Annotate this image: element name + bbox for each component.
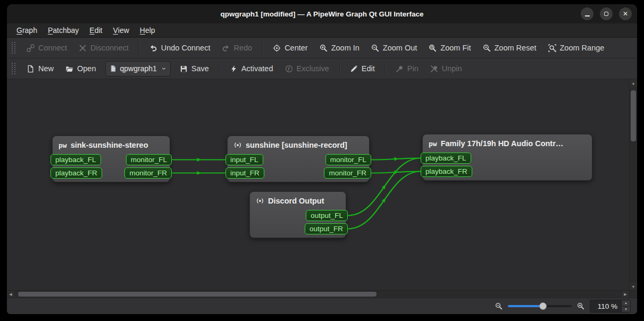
connection-arrow [394, 157, 398, 161]
redo-icon [222, 44, 230, 52]
horizontal-scroll-thumb[interactable] [18, 292, 377, 297]
zoom-spin-up-button[interactable]: ▲ [622, 300, 630, 306]
close-icon: ✕ [623, 11, 628, 17]
toolbar-separator [339, 62, 340, 75]
center-button[interactable]: Center [267, 40, 313, 56]
window-controls: ✕ [581, 4, 632, 23]
zoom-range-button[interactable]: Zoom Range [543, 40, 610, 56]
toolbar-handle[interactable] [12, 63, 15, 74]
pipewire-icon: pw [429, 140, 437, 148]
app-window: qpwgraph1 [modified] — A PipeWire Graph … [7, 4, 637, 314]
node-sunshine[interactable]: sunshine [sunshine-record]input_FLmonito… [227, 136, 370, 182]
port-input_FL[interactable]: input_FL [225, 154, 263, 165]
port-row: playback_FRmonitor_FR [57, 167, 165, 179]
scroll-right-button[interactable]: ▶ [622, 291, 629, 298]
zoom-reset-icon [483, 44, 491, 52]
toolbar-handle[interactable] [12, 42, 15, 54]
horizontal-scrollbar[interactable]: ◀ ▶ [7, 290, 629, 298]
port-row: output_FR [255, 223, 341, 234]
zoom-value: 110 % [590, 300, 621, 312]
toolbar-separator [385, 62, 386, 75]
unpin-icon [430, 65, 438, 73]
port-playback_FR[interactable]: playback_FR [51, 167, 102, 179]
port-monitor_FR[interactable]: monitor_FR [324, 167, 371, 179]
scroll-left-button[interactable]: ◀ [7, 291, 14, 298]
edit-icon [350, 65, 358, 73]
menu-patchbay[interactable]: Patchbay [43, 23, 84, 37]
zoom-in-button[interactable]: Zoom In [314, 40, 365, 56]
zoom-slider[interactable] [508, 301, 572, 311]
menu-view[interactable]: View [107, 23, 134, 37]
minimize-button[interactable] [581, 7, 593, 20]
port-row: playback_FL [428, 153, 587, 164]
node-title: sink-sunshine-stereo [71, 141, 148, 149]
titlebar[interactable]: qpwgraph1 [modified] — A PipeWire Graph … [7, 4, 637, 23]
horizontal-scroll-track[interactable] [14, 291, 622, 298]
session-combo[interactable]: qpwgraph1 [105, 61, 171, 77]
maximize-icon [604, 12, 608, 16]
scroll-up-button[interactable]: ▲ [630, 79, 637, 87]
port-monitor_FL[interactable]: monitor_FL [126, 154, 172, 165]
open-button[interactable]: Open [60, 61, 101, 77]
menu-help[interactable]: Help [135, 23, 161, 37]
canvas-area: pwsink-sunshine-stereoplayback_FLmonitor… [7, 79, 637, 290]
zoom-spinbox[interactable]: 110 % ▲ ▼ [590, 300, 631, 312]
connect-icon [27, 44, 35, 52]
port-row: input_FLmonitor_FL [232, 154, 364, 165]
vertical-scroll-track[interactable] [630, 87, 637, 283]
node-discord[interactable]: Discord Outputoutput_FLoutput_FR [249, 191, 346, 238]
save-button[interactable]: Save [174, 61, 214, 77]
port-input_FR[interactable]: input_FR [225, 167, 264, 179]
maximize-button[interactable] [600, 7, 613, 20]
zoom-reset-button[interactable]: Zoom Reset [478, 40, 542, 56]
exclusive-button: Exclusive [280, 61, 334, 77]
file-icon [110, 65, 117, 72]
zoom-range-icon [548, 44, 556, 52]
zoom-slider-handle[interactable] [539, 302, 547, 310]
menu-edit[interactable]: Edit [84, 23, 107, 37]
port-playback_FR[interactable]: playback_FR [421, 166, 472, 177]
port-playback_FL[interactable]: playback_FL [51, 154, 101, 165]
vertical-scroll-thumb[interactable] [631, 90, 636, 141]
port-monitor_FL[interactable]: monitor_FL [325, 154, 371, 165]
menu-graph[interactable]: Graph [11, 23, 43, 37]
redo-button: Redo [216, 40, 257, 56]
port-monitor_FR[interactable]: monitor_FR [124, 167, 172, 179]
chevron-down-icon [161, 66, 166, 71]
new-button[interactable]: New [21, 61, 59, 77]
toolbar-separator [139, 41, 139, 54]
connection-arrow [197, 158, 202, 162]
port-playback_FL[interactable]: playback_FL [421, 153, 471, 164]
zoom-fit-button[interactable]: Zoom Fit [423, 40, 476, 56]
window-title: qpwgraph1 [modified] — A PipeWire Graph … [7, 10, 637, 18]
save-icon [180, 65, 188, 73]
audio-app-icon [233, 141, 242, 149]
scroll-down-button[interactable]: ▼ [630, 283, 637, 290]
zoom-slider-in-icon[interactable] [577, 302, 584, 310]
pin-button: Pin [390, 61, 424, 77]
audio-app-icon [256, 197, 264, 205]
zoom-out-button[interactable]: Zoom Out [366, 40, 422, 56]
node-header: sunshine [sunshine-record] [232, 138, 364, 152]
node-family[interactable]: pwFamily 17h/19h HD Audio Contr…playback… [422, 134, 592, 181]
port-row: playback_FLmonitor_FL [57, 154, 165, 165]
node-sink[interactable]: pwsink-sunshine-stereoplayback_FLmonitor… [52, 136, 170, 182]
close-button[interactable]: ✕ [619, 7, 632, 20]
center-icon [273, 44, 281, 52]
activated-button[interactable]: Activated [224, 61, 279, 77]
new-icon [27, 65, 35, 73]
disconnect-button: Disconnect [73, 40, 134, 56]
vertical-scrollbar[interactable]: ▲ ▼ [629, 79, 637, 290]
connect-button: Connect [21, 40, 72, 56]
zoom-slider-out-icon[interactable] [495, 302, 503, 310]
port-output_FR[interactable]: output_FR [305, 223, 348, 234]
undo-connect-button[interactable]: Undo Connect [144, 40, 216, 56]
port-output_FL[interactable]: output_FL [306, 210, 348, 221]
graph-canvas[interactable]: pwsink-sunshine-stereoplayback_FLmonitor… [7, 79, 629, 290]
activated-icon [230, 65, 238, 73]
edit-button[interactable]: Edit [345, 61, 380, 77]
zoom-spin-down-button[interactable]: ▼ [622, 306, 630, 312]
node-title: Discord Output [268, 197, 324, 205]
toolbar-separator [219, 62, 220, 75]
zoom-spin-arrows: ▲ ▼ [621, 300, 630, 312]
